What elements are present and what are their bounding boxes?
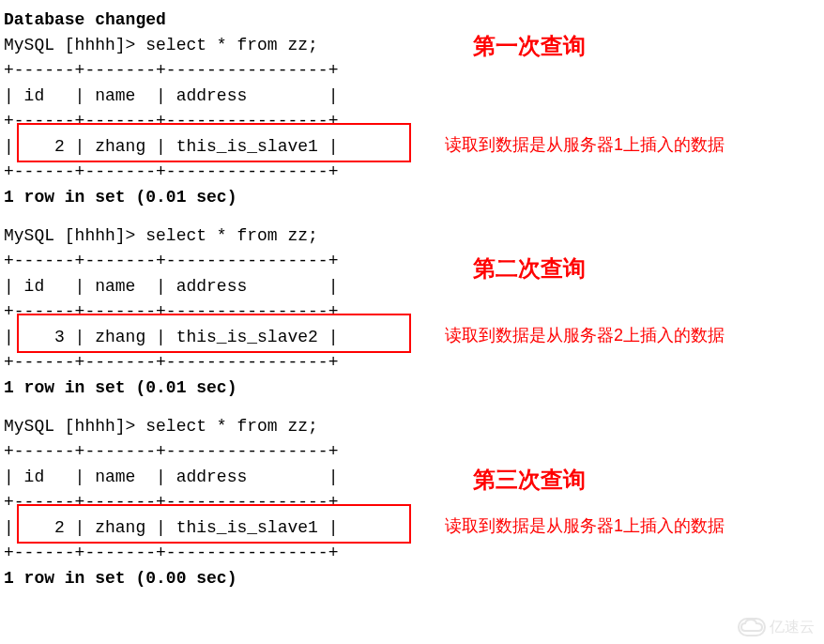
table-border: +------+-------+----------------+ bbox=[4, 490, 820, 515]
cloud-icon bbox=[738, 618, 766, 636]
result-summary: 1 row in set (0.01 sec) bbox=[4, 185, 820, 210]
table-header: | id | name | address | bbox=[4, 274, 820, 299]
table-border: +------+-------+----------------+ bbox=[4, 109, 820, 134]
table-border: +------+-------+----------------+ bbox=[4, 160, 820, 185]
result-summary: 1 row in set (0.01 sec) bbox=[4, 376, 820, 401]
table-border: +------+-------+----------------+ bbox=[4, 350, 820, 376]
annotation-title-2: 第二次查询 bbox=[473, 252, 586, 285]
annotation-title-3: 第三次查询 bbox=[473, 463, 586, 497]
query-section-3: MySQL [hhhh]> select * from zz; +------+… bbox=[4, 414, 820, 591]
query-section-2: MySQL [hhhh]> select * from zz; +------+… bbox=[4, 223, 820, 401]
annotation-note-2: 读取到数据是从服务器2上插入的数据 bbox=[445, 323, 725, 348]
database-changed-line: Database changed bbox=[4, 8, 820, 33]
table-header: | id | name | address | bbox=[4, 465, 820, 490]
sql-prompt: MySQL [hhhh]> select * from zz; bbox=[4, 223, 820, 249]
table-border: +------+-------+----------------+ bbox=[4, 58, 820, 84]
watermark-text: 亿速云 bbox=[770, 616, 815, 638]
table-border: +------+-------+----------------+ bbox=[4, 249, 820, 274]
table-border: +------+-------+----------------+ bbox=[4, 439, 820, 465]
sql-prompt: MySQL [hhhh]> select * from zz; bbox=[4, 33, 820, 58]
table-header: | id | name | address | bbox=[4, 84, 820, 109]
annotation-note-1: 读取到数据是从服务器1上插入的数据 bbox=[445, 132, 725, 158]
result-summary: 1 row in set (0.00 sec) bbox=[4, 566, 820, 591]
watermark: 亿速云 bbox=[738, 616, 815, 638]
table-border: +------+-------+----------------+ bbox=[4, 299, 820, 325]
query-section-1: MySQL [hhhh]> select * from zz; +------+… bbox=[4, 33, 820, 210]
annotation-title-1: 第一次查询 bbox=[473, 29, 586, 63]
sql-prompt: MySQL [hhhh]> select * from zz; bbox=[4, 414, 820, 439]
annotation-note-3: 读取到数据是从服务器1上插入的数据 bbox=[445, 514, 725, 539]
table-border: +------+-------+----------------+ bbox=[4, 541, 820, 566]
